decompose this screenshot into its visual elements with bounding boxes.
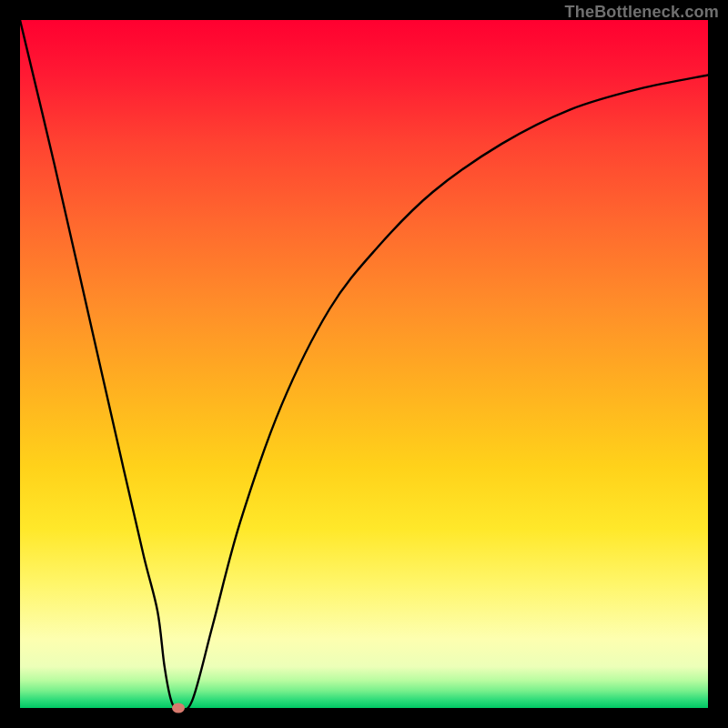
chart-frame	[20, 20, 708, 708]
bottleneck-curve	[20, 20, 708, 708]
watermark-text: TheBottleneck.com	[565, 3, 719, 22]
minimum-marker	[172, 703, 185, 713]
